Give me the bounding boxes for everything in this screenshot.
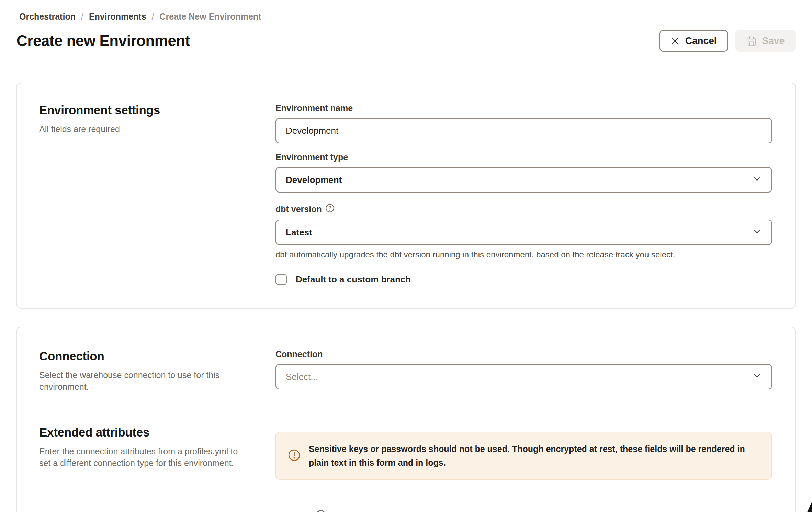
environment-type-select[interactable]: Development [275,167,772,193]
environment-settings-subtitle: All fields are required [39,123,245,135]
connection-placeholder: Select... [286,372,318,382]
breadcrumb: Orchestration / Environments / Create Ne… [19,12,796,22]
connection-card: Connection Select the warehouse connecti… [16,327,796,512]
environment-name-input[interactable] [275,118,772,143]
cancel-button-label: Cancel [685,35,717,46]
dbt-version-select[interactable]: Latest [275,220,772,245]
save-button-label: Save [762,35,785,46]
cancel-button[interactable]: Cancel [659,30,728,52]
extended-attributes-title: Extended attributes [39,426,255,439]
environment-type-value: Development [286,175,342,185]
chevron-down-icon [752,226,762,238]
chevron-down-icon [752,174,762,186]
custom-branch-checkbox-row[interactable]: Default to a custom branch [275,274,772,285]
environment-name-label: Environment name [275,103,772,113]
dbt-version-value: Latest [286,227,312,238]
page-header: Orchestration / Environments / Create Ne… [0,0,812,66]
header-actions: Cancel Save [659,30,796,52]
breadcrumb-separator: / [152,12,154,22]
warning-icon [288,449,301,463]
save-button[interactable]: Save [735,30,796,52]
connection-subtitle: Select the warehouse connection to use f… [39,369,245,393]
breadcrumb-orchestration[interactable]: Orchestration [19,12,76,22]
corner-artifact [807,502,812,512]
save-icon [746,36,757,46]
dbt-version-label: dbt version [275,203,772,215]
connection-label: Connection [275,349,772,359]
dbt-version-helper-text: dbt automatically upgrades the dbt versi… [275,250,772,259]
environment-settings-card: Environment settings All fields are requ… [16,83,796,309]
close-icon [670,36,680,46]
page-title: Create new Environment [16,32,190,49]
connection-select[interactable]: Select... [275,364,772,389]
breadcrumb-environments[interactable]: Environments [89,12,146,22]
environment-type-label: Environment type [275,152,772,162]
connection-title: Connection [39,349,255,363]
custom-branch-checkbox[interactable] [275,274,287,285]
breadcrumb-current-page: Create New Environment [160,12,261,22]
extended-attributes-subtitle: Enter the connection attributes from a p… [39,445,245,469]
breadcrumb-separator: / [81,12,83,22]
chevron-down-icon [752,371,762,383]
environment-settings-title: Environment settings [39,103,255,117]
custom-branch-checkbox-label: Default to a custom branch [296,274,411,285]
warning-text: Sensitive keys or passwords should not b… [309,442,760,469]
sensitive-keys-warning-banner: Sensitive keys or passwords should not b… [275,432,772,480]
help-icon[interactable] [325,203,335,215]
